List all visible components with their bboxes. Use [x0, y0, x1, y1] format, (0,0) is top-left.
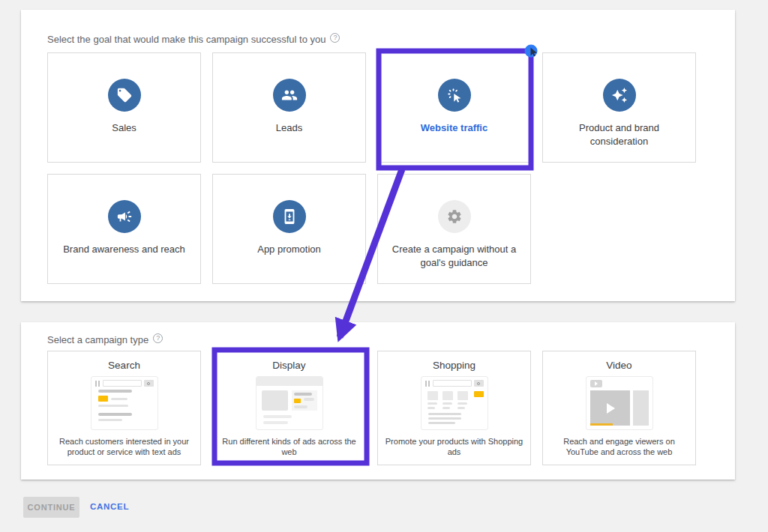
type-title: Video [606, 360, 632, 371]
phone-download-icon [273, 200, 306, 233]
goal-card-brand-awareness-reach[interactable]: Brand awareness and reach [47, 174, 201, 284]
play-icon [595, 381, 598, 386]
goal-selection-panel: Select the goal that would make this cam… [21, 10, 735, 301]
type-title: Display [272, 360, 305, 371]
mini-search-input [433, 380, 472, 387]
mini-search-button [144, 380, 154, 387]
sparkles-icon [603, 79, 636, 112]
megaphone-icon [108, 200, 141, 233]
mini-ad-badge [474, 391, 484, 397]
goal-section-title: Select the goal that would make this cam… [47, 34, 340, 45]
mini-video-logo [590, 380, 602, 387]
type-card-shopping[interactable]: Shopping [377, 351, 531, 465]
type-description: Reach and engage viewers on YouTube and … [543, 436, 695, 458]
mini-progress-bar [590, 423, 614, 426]
tag-icon [108, 79, 141, 112]
type-title: Search [108, 360, 140, 371]
goal-label: App promotion [247, 243, 332, 256]
goal-section-title-text: Select the goal that would make this cam… [47, 34, 326, 45]
shopping-ad-illustration [421, 376, 488, 430]
type-card-display[interactable]: Display Run different kinds of ads [212, 351, 366, 465]
cursor-click-icon [438, 79, 471, 112]
mini-ad-badge [294, 399, 301, 403]
mini-ad-badge [98, 396, 108, 402]
video-ad-illustration [586, 376, 653, 430]
goal-label: Product and brand consideration [543, 121, 695, 148]
goal-card-no-goal-guidance[interactable]: Create a campaign without a goal's guida… [377, 174, 531, 284]
campaign-setup-page: Select the goal that would make this cam… [0, 0, 768, 532]
type-title: Shopping [433, 360, 476, 371]
mini-logo [425, 381, 430, 387]
type-description: Promote your products with Shopping ads [378, 436, 530, 458]
goal-card-sales[interactable]: Sales [47, 52, 201, 163]
goal-card-app-promotion[interactable]: App promotion [212, 174, 366, 284]
mini-search-input [103, 380, 142, 387]
cancel-button[interactable]: CANCEL [90, 502, 129, 511]
gear-icon [438, 200, 471, 233]
goal-label: Website traffic [410, 121, 498, 135]
goal-card-website-traffic[interactable]: Website traffic [377, 52, 531, 163]
display-ad-illustration [256, 376, 323, 430]
type-section-title: Select a campaign type ? [47, 334, 163, 345]
goal-card-product-brand-consideration[interactable]: Product and brand consideration [542, 52, 696, 163]
help-icon[interactable]: ? [330, 33, 340, 43]
continue-button[interactable]: CONTINUE [23, 497, 80, 518]
campaign-type-panel: Select a campaign type ? Search [21, 322, 735, 480]
type-section-title-text: Select a campaign type [47, 334, 148, 345]
mini-video-player [590, 390, 630, 426]
type-card-search[interactable]: Search Reach customers interested in you… [47, 351, 201, 465]
goal-label: Brand awareness and reach [52, 243, 196, 256]
mini-image-placeholder [262, 390, 289, 411]
goal-label: Create a campaign without a goal's guida… [378, 243, 530, 270]
search-ad-illustration [91, 376, 158, 430]
mini-logo [95, 381, 100, 387]
campaign-type-grid: Search Reach customers interested in you… [47, 351, 696, 465]
mini-search-button [474, 380, 484, 387]
play-icon [607, 403, 615, 414]
mini-sidebar-placeholder [633, 390, 649, 426]
people-icon [273, 79, 306, 112]
type-description: Reach customers interested in your produ… [48, 436, 200, 458]
magnifier-icon [477, 382, 480, 385]
type-description: Run different kinds of ads across the we… [213, 436, 365, 458]
magnifier-icon [147, 382, 150, 385]
goal-card-grid: Sales Leads [47, 52, 696, 284]
help-icon[interactable]: ? [153, 333, 163, 343]
goal-card-leads[interactable]: Leads [212, 52, 366, 163]
goal-label: Sales [101, 121, 147, 135]
goal-label: Leads [266, 121, 313, 135]
type-card-video[interactable]: Video Reach and engage viewers on YouTub… [542, 351, 696, 465]
